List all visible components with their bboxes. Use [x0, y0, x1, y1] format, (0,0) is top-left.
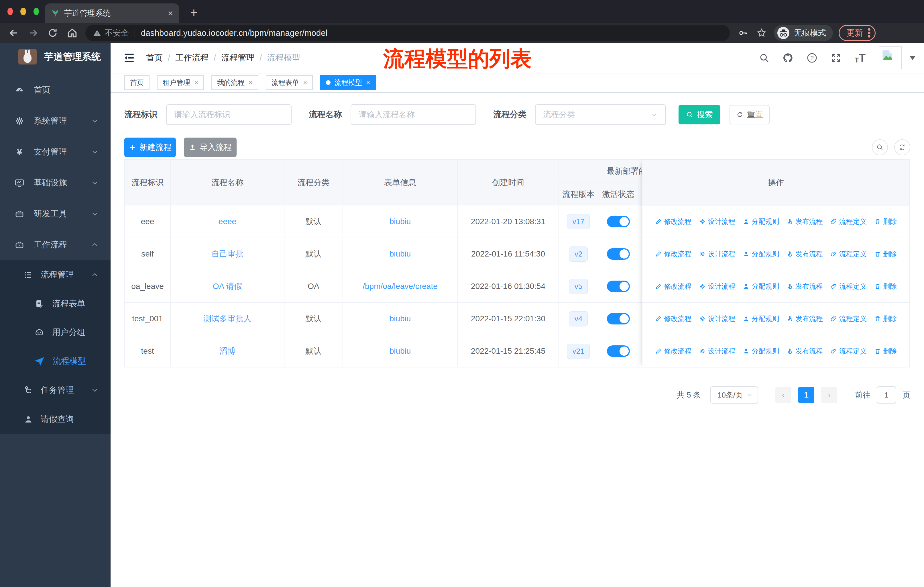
import-process-button[interactable]: 导入流程	[184, 137, 237, 157]
close-icon[interactable]: ×	[303, 79, 307, 86]
window-controls[interactable]	[7, 8, 39, 15]
goto-page-input[interactable]	[877, 386, 896, 403]
sidebar-item-user-group[interactable]: 用户分组	[0, 318, 111, 347]
edit-model-link[interactable]: 修改流程	[655, 217, 691, 226]
sidebar-item-pay[interactable]: ¥ 支付管理	[0, 136, 111, 167]
publish-model-link[interactable]: 发布流程	[787, 314, 823, 323]
definition-link[interactable]: 流程定义	[830, 250, 867, 258]
close-icon[interactable]: ×	[366, 79, 370, 86]
sidebar-item-process-manage[interactable]: 流程管理	[0, 260, 111, 289]
delete-link[interactable]: 删除	[874, 347, 897, 356]
delete-link[interactable]: 删除	[874, 314, 897, 323]
version-badge[interactable]: v17	[567, 214, 590, 229]
design-model-link[interactable]: 设计流程	[699, 282, 735, 291]
close-window-button[interactable]	[7, 8, 13, 15]
search-icon[interactable]	[759, 53, 769, 63]
model-name-link[interactable]: 测试多审批人	[203, 313, 251, 324]
fullscreen-icon[interactable]	[831, 53, 842, 63]
model-name-link[interactable]: 自己审批	[211, 248, 243, 260]
breadcrumb-process-manage[interactable]: 流程管理	[221, 52, 254, 64]
definition-link[interactable]: 流程定义	[830, 282, 867, 291]
zoom-window-button[interactable]	[33, 8, 39, 15]
close-icon[interactable]: ×	[194, 79, 198, 86]
sidebar-item-system[interactable]: 系统管理	[0, 106, 111, 136]
bookmark-star-icon[interactable]	[756, 28, 767, 38]
model-name-link[interactable]: eeee	[219, 217, 236, 226]
version-badge[interactable]: v2	[569, 246, 588, 262]
close-icon[interactable]: ×	[249, 79, 252, 86]
breadcrumb-home[interactable]: 首页	[146, 52, 163, 64]
address-bar[interactable]: 不安全 dashboard.yudao.iocoder.cn/bpm/manag…	[85, 25, 730, 41]
form-link[interactable]: biubiu	[389, 347, 411, 356]
sidebar-item-leave-query[interactable]: 请假查询	[0, 405, 111, 434]
process-key-input[interactable]	[166, 104, 292, 125]
sidebar-item-task-manage[interactable]: 任务管理	[0, 375, 111, 405]
sidebar-item-infra[interactable]: 基础设施	[0, 167, 111, 198]
edit-model-link[interactable]: 修改流程	[655, 250, 691, 258]
assign-rule-link[interactable]: 分配规则	[743, 282, 779, 291]
reload-icon[interactable]	[47, 27, 58, 39]
create-process-button[interactable]: 新建流程	[124, 137, 176, 157]
avatar[interactable]	[879, 46, 902, 69]
active-toggle[interactable]	[607, 281, 630, 292]
model-name-link[interactable]: OA 请假	[213, 281, 242, 292]
assign-rule-link[interactable]: 分配规则	[743, 217, 779, 226]
tag-home[interactable]: 首页	[124, 75, 150, 90]
process-name-input[interactable]	[351, 104, 476, 125]
definition-link[interactable]: 流程定义	[830, 217, 867, 226]
edit-model-link[interactable]: 修改流程	[655, 314, 691, 323]
breadcrumb-workflow[interactable]: 工作流程	[175, 52, 208, 64]
delete-link[interactable]: 删除	[874, 250, 897, 258]
tag-process-form[interactable]: 流程表单×	[266, 75, 313, 90]
new-tab-button[interactable]: +	[190, 5, 198, 20]
assign-rule-link[interactable]: 分配规则	[743, 347, 779, 356]
publish-model-link[interactable]: 发布流程	[787, 282, 823, 291]
version-badge[interactable]: v5	[569, 279, 588, 294]
update-label[interactable]: 更新	[846, 27, 863, 39]
url-text[interactable]: dashboard.yudao.iocoder.cn/bpm/manager/m…	[141, 28, 328, 38]
edit-model-link[interactable]: 修改流程	[655, 282, 691, 291]
back-icon[interactable]	[8, 27, 20, 39]
sidebar-item-home[interactable]: 首页	[0, 74, 111, 106]
next-page-button[interactable]: ›	[821, 387, 837, 403]
key-icon[interactable]	[738, 28, 748, 38]
active-toggle[interactable]	[607, 346, 630, 357]
help-icon[interactable]: ?	[807, 53, 817, 63]
model-name-link[interactable]: 滔博	[219, 346, 236, 357]
sidebar-item-process-form[interactable]: 流程表单	[0, 289, 111, 318]
active-toggle[interactable]	[607, 216, 630, 227]
category-select[interactable]: 流程分类	[535, 104, 666, 125]
design-model-link[interactable]: 设计流程	[699, 314, 735, 323]
active-toggle[interactable]	[607, 313, 630, 324]
edit-model-link[interactable]: 修改流程	[655, 347, 691, 356]
app-logo[interactable]: 芋道管理系统	[0, 43, 111, 71]
prev-page-button[interactable]: ‹	[776, 387, 791, 403]
browser-menu-icon[interactable]: •••	[868, 28, 871, 38]
tag-tenant[interactable]: 租户管理×	[157, 75, 204, 90]
form-link[interactable]: biubiu	[389, 250, 411, 258]
forward-icon[interactable]	[28, 27, 39, 39]
version-badge[interactable]: v21	[567, 344, 590, 359]
tag-my-process[interactable]: 我的流程×	[211, 75, 258, 90]
sidebar-item-devtools[interactable]: 研发工具	[0, 198, 111, 229]
delete-link[interactable]: 删除	[874, 282, 897, 291]
page-size-select[interactable]: 10条/页	[710, 386, 758, 403]
warning-icon[interactable]	[93, 29, 101, 37]
tag-process-model[interactable]: 流程模型×	[320, 75, 376, 90]
sidebar-item-process-model[interactable]: 流程模型	[0, 347, 111, 375]
publish-model-link[interactable]: 发布流程	[787, 217, 823, 226]
assign-rule-link[interactable]: 分配规则	[743, 314, 779, 323]
reset-button[interactable]: 重置	[729, 105, 770, 124]
avatar-caret-icon[interactable]	[910, 56, 916, 60]
security-label[interactable]: 不安全	[105, 28, 129, 38]
definition-link[interactable]: 流程定义	[830, 314, 867, 323]
minimize-window-button[interactable]	[20, 8, 26, 15]
sidebar-item-workflow[interactable]: 工作流程	[0, 229, 111, 260]
definition-link[interactable]: 流程定义	[830, 347, 867, 356]
refresh-table-button[interactable]	[894, 139, 910, 155]
design-model-link[interactable]: 设计流程	[699, 347, 735, 356]
form-link[interactable]: biubiu	[389, 217, 411, 226]
collapse-sidebar-icon[interactable]	[123, 52, 135, 64]
search-button[interactable]: 搜索	[678, 105, 720, 124]
publish-model-link[interactable]: 发布流程	[787, 250, 823, 258]
